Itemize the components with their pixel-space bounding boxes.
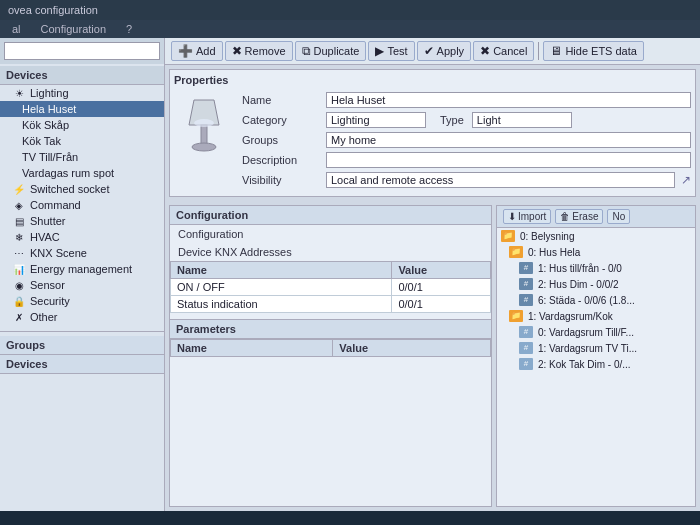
security-icon: 🔒: [12, 296, 26, 307]
ets-node-label: 2: Kok Tak Dim - 0/...: [538, 359, 631, 370]
title-bar: ovea configuration: [0, 0, 700, 20]
groups-label: Groups: [242, 134, 322, 146]
duplicate-button[interactable]: ⧉ Duplicate: [295, 41, 367, 61]
ets-node-icon: #: [519, 278, 533, 290]
sidebar-item-energy[interactable]: 📊 Energy management: [0, 261, 164, 277]
devices-section: Devices: [0, 355, 164, 374]
ets-node-icon: 📁: [509, 310, 523, 322]
no-button[interactable]: No: [607, 209, 630, 224]
ets-node-icon: 📁: [509, 246, 523, 258]
sidebar-item-other[interactable]: ✗ Other: [0, 309, 164, 325]
ets-node-label: 1: Hus till/från - 0/0: [538, 263, 622, 274]
lower-area: Configuration Configuration Device KNX A…: [165, 201, 700, 511]
ets-tree-node[interactable]: #0: Vardagsrum Till/F...: [497, 324, 695, 340]
type-input[interactable]: [472, 112, 572, 128]
category-inline: Type: [326, 112, 572, 128]
type-label: Type: [440, 114, 464, 126]
name-label: Name: [242, 94, 322, 106]
sidebar-item-security[interactable]: 🔒 Security: [0, 293, 164, 309]
sidebar-item-knx-scene[interactable]: ⋯ KNX Scene: [0, 245, 164, 261]
lighting-icon: ☀: [12, 88, 26, 99]
sidebar-item-lighting[interactable]: ☀ Lighting: [0, 85, 164, 101]
main-layout: Devices ☀ Lighting Hela Huset Kök Skåp K…: [0, 38, 700, 511]
ets-node-label: 1: Vardagsrum TV Ti...: [538, 343, 637, 354]
ets-node-label: 0: Belysning: [520, 231, 574, 242]
sensor-icon: ◉: [12, 280, 26, 291]
erase-button[interactable]: 🗑 Erase: [555, 209, 603, 224]
search-input[interactable]: [4, 42, 160, 60]
config-title: Configuration: [170, 206, 491, 225]
params-col-value-header: Value: [333, 340, 491, 357]
ets-node-label: 6: Städa - 0/0/6 (1.8...: [538, 295, 635, 306]
import-button[interactable]: ⬇ Import: [503, 209, 551, 224]
name-input[interactable]: [326, 92, 691, 108]
visibility-input[interactable]: [326, 172, 675, 188]
sidebar-item-sensor[interactable]: ◉ Sensor: [0, 277, 164, 293]
config-subtitle: Configuration: [170, 225, 491, 243]
apply-button[interactable]: ✔ Apply: [417, 41, 472, 61]
groups-row: Groups: [242, 132, 691, 148]
sidebar-item-tv-till-fran[interactable]: TV Till/Från: [0, 149, 164, 165]
app-title: ovea configuration: [8, 4, 98, 16]
hide-ets-button[interactable]: 🖥 Hide ETS data: [543, 41, 644, 61]
energy-icon: 📊: [12, 264, 26, 275]
cancel-button[interactable]: ✖ Cancel: [473, 41, 534, 61]
visibility-row: Visibility ↗: [242, 172, 691, 188]
params-col-name-header: Name: [171, 340, 333, 357]
ets-tree-node[interactable]: 📁0: Belysning: [497, 228, 695, 244]
menu-al[interactable]: al: [8, 22, 25, 36]
ets-node-icon: #: [519, 294, 533, 306]
ets-tree-node[interactable]: #2: Kok Tak Dim - 0/...: [497, 356, 695, 372]
category-label: Category: [242, 114, 322, 126]
ets-tree-node[interactable]: #6: Städa - 0/0/6 (1.8...: [497, 292, 695, 308]
sidebar-item-kok-skap[interactable]: Kök Skåp: [0, 117, 164, 133]
ets-node-icon: 📁: [501, 230, 515, 242]
ets-node-icon: #: [519, 326, 533, 338]
menu-configuration[interactable]: Configuration: [37, 22, 110, 36]
properties-panel: Properties: [169, 69, 696, 197]
sidebar-search-area: [0, 38, 164, 64]
ets-node-label: 0: Vardagsrum Till/F...: [538, 327, 634, 338]
ets-tree-node[interactable]: 📁1: Vardagsrum/Kok: [497, 308, 695, 324]
sidebar-item-command[interactable]: ◈ Command: [0, 197, 164, 213]
sidebar-item-hela-huset[interactable]: Hela Huset: [0, 101, 164, 117]
table-row[interactable]: ON / OFF0/0/1: [171, 279, 491, 296]
ets-node-icon: #: [519, 342, 533, 354]
remove-button[interactable]: ✖ Remove: [225, 41, 293, 61]
visibility-label: Visibility: [242, 174, 322, 186]
lamp-svg: [179, 95, 229, 160]
content-area: ➕ Add ✖ Remove ⧉ Duplicate ▶ Test ✔ Appl…: [165, 38, 700, 511]
sidebar-item-hvac[interactable]: ❄ HVAC: [0, 229, 164, 245]
config-subtitle2: Device KNX Addresses: [170, 243, 491, 261]
ets-tree: 📁0: Belysning📁0: Hus Hela#1: Hus till/fr…: [497, 228, 695, 500]
ets-tree-node[interactable]: 📁0: Hus Hela: [497, 244, 695, 260]
svg-rect-1: [201, 125, 207, 145]
knx-scene-icon: ⋯: [12, 248, 26, 259]
ets-tree-node[interactable]: #1: Hus till/från - 0/0: [497, 260, 695, 276]
toolbar-separator: [538, 42, 539, 60]
ets-node-icon: #: [519, 358, 533, 370]
properties-body: Name Category Type Groups: [174, 92, 691, 192]
table-row[interactable]: Status indication0/0/1: [171, 296, 491, 313]
sidebar-item-kok-tak[interactable]: Kök Tak: [0, 133, 164, 149]
add-icon: ➕: [178, 44, 193, 58]
groups-section: Groups: [0, 336, 164, 355]
ets-node-label: 0: Hus Hela: [528, 247, 580, 258]
category-input[interactable]: [326, 112, 426, 128]
ets-tree-node[interactable]: #2: Hus Dim - 0/0/2: [497, 276, 695, 292]
add-button[interactable]: ➕ Add: [171, 41, 223, 61]
sidebar-item-shutter[interactable]: ▤ Shutter: [0, 213, 164, 229]
ets-tree-node[interactable]: #1: Vardagsrum TV Ti...: [497, 340, 695, 356]
switched-socket-icon: ⚡: [12, 184, 26, 195]
test-button[interactable]: ▶ Test: [368, 41, 414, 61]
menu-help[interactable]: ?: [122, 22, 136, 36]
params-title: Parameters: [170, 319, 491, 339]
groups-input[interactable]: [326, 132, 691, 148]
sidebar-item-switched-socket[interactable]: ⚡ Switched socket: [0, 181, 164, 197]
import-icon: ⬇: [508, 211, 516, 222]
properties-fields: Name Category Type Groups: [242, 92, 691, 192]
sidebar-item-vardagas-rum[interactable]: Vardagas rum spot: [0, 165, 164, 181]
description-input[interactable]: [326, 152, 691, 168]
lamp-icon-area: [174, 92, 234, 162]
ets-node-label: 1: Vardagsrum/Kok: [528, 311, 613, 322]
